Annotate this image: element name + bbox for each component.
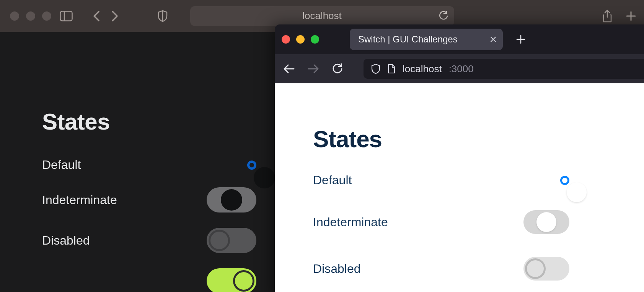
traffic-minimize-icon[interactable]	[296, 35, 305, 44]
shield-icon[interactable]	[371, 63, 380, 74]
firefox-page-content: States Default Indeterminate Disabled	[275, 83, 644, 292]
traffic-zoom-icon[interactable]	[311, 35, 319, 44]
state-label: Default	[42, 158, 81, 172]
forward-icon[interactable]	[111, 10, 119, 22]
sidebar-icon[interactable]	[60, 11, 73, 21]
tab-close-icon[interactable]	[490, 36, 497, 43]
firefox-traffic-lights	[282, 35, 319, 44]
state-row-disabled: Disabled	[42, 228, 256, 253]
new-tab-icon[interactable]	[626, 11, 636, 21]
tab-title: Switch | GUI Challenges	[358, 34, 458, 45]
switch-indeterminate[interactable]	[523, 210, 569, 234]
switch-focus-ring	[560, 176, 569, 185]
switch-thumb	[254, 167, 275, 188]
firefox-tab-bar: Switch | GUI Challenges	[275, 24, 644, 54]
back-icon[interactable]	[93, 10, 100, 22]
state-label: Default	[313, 173, 352, 187]
switch-thumb	[233, 270, 254, 292]
reload-icon[interactable]	[439, 11, 448, 21]
safari-right-controls	[602, 10, 636, 23]
page-heading: States	[313, 125, 644, 152]
state-row-disabled: Disabled	[313, 257, 569, 281]
state-label: Indeterminate	[313, 215, 388, 229]
switch-thumb	[221, 189, 242, 211]
state-row-indeterminate: Indeterminate	[42, 187, 256, 213]
switch-thumb	[209, 230, 230, 251]
traffic-zoom-icon[interactable]	[42, 11, 51, 21]
state-row-default: Default	[313, 173, 569, 187]
switch-thumb	[567, 182, 587, 202]
safari-traffic-lights	[10, 11, 51, 21]
switch-checked[interactable]	[207, 268, 256, 292]
url-port: :3000	[449, 63, 474, 75]
state-row-default: Default	[42, 158, 256, 172]
traffic-minimize-icon[interactable]	[26, 11, 35, 21]
shield-icon[interactable]	[158, 10, 168, 22]
state-row-indeterminate: Indeterminate	[313, 210, 569, 234]
traffic-close-icon[interactable]	[282, 35, 290, 44]
reload-icon[interactable]	[332, 63, 343, 74]
firefox-toolbar: localhost:3000	[275, 54, 644, 83]
forward-icon	[308, 64, 319, 74]
state-label: Disabled	[42, 234, 90, 248]
firefox-url-bar[interactable]: localhost:3000	[364, 59, 644, 79]
switch-thumb	[525, 258, 546, 279]
new-tab-button[interactable]	[516, 34, 526, 44]
svg-rect-0	[60, 11, 72, 21]
traffic-close-icon[interactable]	[10, 11, 19, 21]
state-row-checked	[42, 268, 256, 292]
switch-disabled	[207, 228, 256, 253]
safari-address-bar[interactable]: localhost	[190, 6, 454, 26]
switch-indeterminate[interactable]	[207, 187, 256, 213]
share-icon[interactable]	[602, 10, 613, 23]
state-label: Indeterminate	[42, 193, 117, 207]
back-icon[interactable]	[283, 64, 295, 74]
switch-focus-ring	[247, 161, 256, 170]
browser-tab[interactable]: Switch | GUI Challenges	[350, 29, 503, 50]
url-host: localhost	[403, 63, 442, 75]
firefox-window: Switch | GUI Challenges localhost:3000	[275, 24, 644, 292]
safari-address-text: localhost	[302, 10, 342, 22]
switch-disabled	[523, 257, 569, 281]
safari-nav-buttons	[93, 10, 119, 22]
switch-thumb	[536, 212, 556, 232]
state-label: Disabled	[313, 262, 361, 276]
page-icon	[387, 64, 396, 74]
